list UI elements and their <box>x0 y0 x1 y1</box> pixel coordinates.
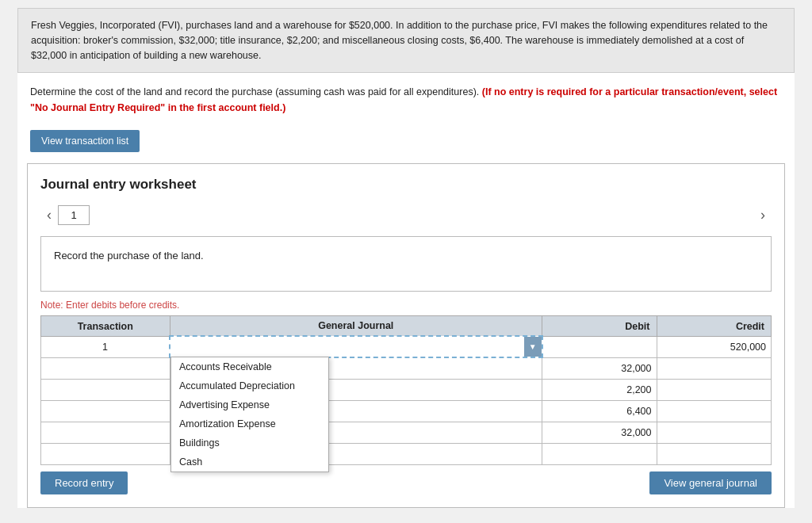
debit-cell: 6,400 <box>542 401 657 422</box>
prev-page-button[interactable]: ‹ <box>40 205 58 225</box>
footer-row: Record entry View general journal <box>40 471 772 494</box>
credit-input[interactable] <box>662 426 767 440</box>
journal-dropdown-cell[interactable]: ▼ Accounts Receivable Accumulated Deprec… <box>170 336 542 357</box>
credit-cell[interactable] <box>657 401 772 422</box>
debit-input[interactable] <box>548 340 652 354</box>
table-row: 32,000 <box>41 357 772 380</box>
dropdown-item-buildings[interactable]: Buildings <box>171 433 328 452</box>
debit-value: 2,200 <box>626 384 651 395</box>
note-text: Note: Enter debits before credits. <box>40 300 772 311</box>
debit-input[interactable] <box>547 447 651 461</box>
table-row: 2,200 <box>41 380 772 401</box>
credit-cell[interactable] <box>657 422 772 444</box>
dropdown-item-accumulated-depreciation[interactable]: Accumulated Depreciation <box>171 376 328 395</box>
credit-input[interactable] <box>662 404 767 418</box>
col-header-transaction: Transaction <box>41 316 170 337</box>
col-header-general-journal: General Journal <box>170 316 542 337</box>
credit-input[interactable] <box>662 361 767 376</box>
dropdown-menu: Accounts Receivable Accumulated Deprecia… <box>170 357 329 472</box>
debit-cell: 32,000 <box>542 357 657 380</box>
debit-value: 32,000 <box>621 427 651 438</box>
credit-input[interactable] <box>662 383 767 397</box>
dropdown-item-accounts-receivable[interactable]: Accounts Receivable <box>171 357 328 376</box>
credit-cell: 520,000 <box>657 336 772 357</box>
record-description-text: Record the purchase of the land. <box>54 250 204 262</box>
record-description-box: Record the purchase of the land. <box>40 236 772 292</box>
credit-cell[interactable] <box>657 444 772 465</box>
dropdown-arrow-button[interactable]: ▼ <box>524 337 542 357</box>
view-general-journal-button[interactable]: View general journal <box>649 471 772 494</box>
journal-table: Transaction General Journal Debit Credit… <box>40 315 772 465</box>
page-number: 1 <box>71 209 76 221</box>
credit-cell[interactable] <box>657 380 772 401</box>
dropdown-item-amortization-expense[interactable]: Amortization Expense <box>171 414 328 433</box>
col-header-debit: Debit <box>542 316 657 337</box>
transaction-cell <box>41 401 170 422</box>
table-row: 6,400 <box>41 401 772 422</box>
worksheet-title: Journal entry worksheet <box>40 177 772 193</box>
transaction-cell <box>41 422 170 444</box>
worksheet-container: Journal entry worksheet ‹ 1 › Record the… <box>27 163 785 508</box>
debit-cell[interactable] <box>542 336 657 357</box>
table-row: 32,000 <box>41 422 772 444</box>
credit-value: 520,000 <box>730 342 766 353</box>
dropdown-item-advertising-expense[interactable]: Advertising Expense <box>171 395 328 414</box>
transaction-cell <box>41 357 170 380</box>
table-row <box>41 444 772 465</box>
dropdown-wrapper: ▼ <box>170 337 542 357</box>
transaction-cell: 1 <box>41 336 170 357</box>
credit-cell[interactable] <box>657 357 772 380</box>
view-transaction-button[interactable]: View transaction list <box>30 130 140 152</box>
description-box: Fresh Veggies, Incorporated (FVI), purch… <box>17 8 795 73</box>
table-wrapper: Transaction General Journal Debit Credit… <box>40 315 772 465</box>
instructions-section: Determine the cost of the land and recor… <box>17 73 795 124</box>
nav-row: ‹ 1 › <box>40 205 772 225</box>
dropdown-item-cash[interactable]: Cash <box>171 452 328 471</box>
credit-input[interactable] <box>662 447 767 461</box>
journal-input[interactable] <box>170 337 524 357</box>
table-row: 1 ▼ Accounts Receivable Accumulated Depr… <box>41 336 772 357</box>
debit-cell: 32,000 <box>542 422 657 444</box>
record-entry-button[interactable]: Record entry <box>40 471 128 494</box>
debit-cell[interactable] <box>542 444 657 465</box>
transaction-cell <box>41 380 170 401</box>
instructions-text: Determine the cost of the land and recor… <box>30 86 482 97</box>
debit-value: 32,000 <box>621 363 651 374</box>
debit-cell: 2,200 <box>542 380 657 401</box>
description-text: Fresh Veggies, Incorporated (FVI), purch… <box>31 20 768 61</box>
page-container: Fresh Veggies, Incorporated (FVI), purch… <box>17 8 795 508</box>
page-number-box: 1 <box>58 205 90 225</box>
next-page-button[interactable]: › <box>754 205 772 225</box>
col-header-credit: Credit <box>657 316 772 337</box>
debit-value: 6,400 <box>626 406 651 417</box>
transaction-cell <box>41 444 170 465</box>
